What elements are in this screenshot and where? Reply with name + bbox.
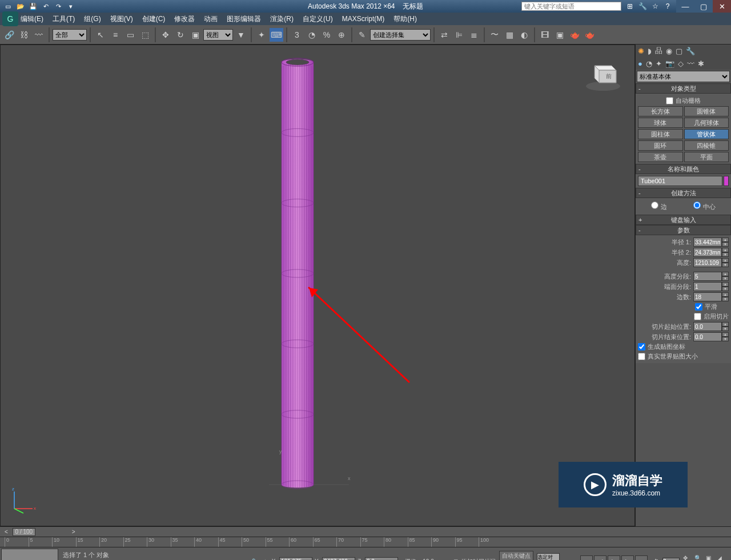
keyboard-shortcut-icon[interactable]: ⌨ [270, 28, 283, 42]
render-icon[interactable]: 🫖 [568, 28, 581, 42]
primitive-圆锥体[interactable]: 圆锥体 [684, 106, 729, 116]
play-icon[interactable]: ▶ [608, 555, 620, 561]
slice-on-checkbox[interactable] [694, 313, 701, 320]
viewcube-icon[interactable]: 前 [583, 53, 623, 93]
coord-z-input[interactable] [365, 557, 398, 561]
menu-maxscript[interactable]: MAXScript(M) [342, 15, 385, 23]
select-icon[interactable]: ↖ [94, 28, 107, 42]
spacewarps-tab-icon[interactable]: 〰 [687, 59, 694, 68]
hierarchy-tab-icon[interactable]: 品 [655, 46, 662, 56]
menu-custom[interactable]: 自定义(U) [303, 14, 333, 24]
move-icon[interactable]: ✥ [159, 28, 172, 42]
menu-group[interactable]: 组(G) [84, 14, 101, 24]
open-icon[interactable]: 📂 [15, 1, 26, 11]
select-name-icon[interactable]: ≡ [109, 28, 122, 42]
menu-graph[interactable]: 图形编辑器 [227, 14, 261, 24]
render-prod-icon[interactable]: 🫖 [583, 28, 596, 42]
render-frame-icon[interactable]: ▣ [553, 28, 567, 42]
star-icon[interactable]: ☆ [650, 1, 660, 11]
bind-icon[interactable]: 〰 [32, 28, 46, 42]
refcoord-dropdown[interactable]: 视图 [203, 29, 233, 41]
modify-tab-icon[interactable]: ◗ [648, 47, 652, 55]
scale-icon[interactable]: ▣ [188, 28, 202, 42]
mini-listener[interactable] [1, 549, 58, 560]
help-search[interactable] [521, 2, 621, 11]
menu-render[interactable]: 渲染(R) [270, 14, 294, 24]
slice-to-input[interactable] [693, 332, 722, 341]
app-menu-icon[interactable]: G [2, 11, 18, 26]
primitive-管状体[interactable]: 管状体 [684, 129, 729, 139]
menu-edit[interactable]: 编辑(E) [21, 14, 43, 24]
rollout-params[interactable]: -参数 [636, 225, 731, 235]
primitive-球体[interactable]: 球体 [638, 118, 683, 128]
snap-angle-icon[interactable]: ◔ [305, 28, 319, 42]
manipulate-icon[interactable]: ✦ [255, 28, 268, 42]
time-ruler[interactable]: 0510152025303540455055606570758085909510… [0, 537, 731, 547]
cseg-input[interactable] [693, 282, 722, 291]
geometry-tab-icon[interactable]: ● [638, 59, 642, 68]
viewport[interactable]: [ + ][ 正交 ][ 真实 + 边面 ] 前 z x [0, 45, 635, 526]
create-center-radio[interactable]: 中心 [693, 202, 715, 211]
zoom-all-icon[interactable]: ▣ [706, 555, 716, 561]
mirror-icon[interactable]: ⇄ [437, 28, 451, 42]
gen-map-checkbox[interactable] [638, 343, 645, 350]
search-input[interactable] [521, 2, 621, 11]
primitive-长方体[interactable]: 长方体 [638, 106, 683, 116]
lights-tab-icon[interactable]: ✦ [656, 59, 662, 68]
primitive-平面[interactable]: 平面 [684, 152, 729, 162]
category-dropdown[interactable]: 标准基本体 [637, 71, 730, 82]
prev-frame-icon[interactable]: ◀ [594, 555, 607, 561]
layers-icon[interactable]: ≣ [467, 28, 481, 42]
primitive-四棱锥[interactable]: 四棱锥 [684, 140, 729, 151]
rollout-keyboard[interactable]: +键盘输入 [636, 215, 731, 225]
menu-view[interactable]: 视图(V) [110, 14, 133, 24]
display-tab-icon[interactable]: ▢ [676, 47, 682, 55]
align-icon[interactable]: ⊫ [452, 28, 466, 42]
primitive-圆柱体[interactable]: 圆柱体 [638, 129, 683, 139]
smooth-checkbox[interactable] [695, 303, 702, 311]
color-swatch[interactable] [724, 176, 729, 186]
save-icon[interactable]: 💾 [27, 1, 39, 11]
zoom-icon[interactable]: 🔍 [694, 555, 705, 561]
systems-tab-icon[interactable]: ✱ [698, 59, 704, 68]
real-world-checkbox[interactable] [638, 353, 645, 360]
radius1-down[interactable]: ▼ [722, 242, 729, 247]
wrench-icon[interactable]: 🔧 [637, 1, 648, 11]
helpers-tab-icon[interactable]: ◇ [678, 59, 684, 68]
goto-start-icon[interactable]: ⏮ [580, 555, 593, 561]
slice-from-input[interactable] [693, 322, 722, 331]
primitive-茶壶[interactable]: 茶壶 [638, 152, 683, 162]
coord-y-input[interactable] [322, 557, 355, 561]
menu-help[interactable]: 帮助(H) [393, 14, 417, 24]
rollout-create-method[interactable]: -创建方法 [636, 188, 731, 198]
pivot-icon[interactable]: ▼ [234, 28, 248, 42]
time-config-icon[interactable]: ⏱ [651, 557, 661, 561]
snap-spinner-icon[interactable]: ⊕ [335, 28, 348, 42]
isolate-icon[interactable]: ✦ [260, 557, 270, 561]
undo-icon[interactable]: ↶ [40, 1, 51, 11]
viewport-canvas[interactable] [1, 45, 606, 490]
maximize-button[interactable]: ▢ [694, 0, 713, 13]
snap-percent-icon[interactable]: % [320, 28, 334, 42]
object-name-input[interactable] [638, 176, 722, 186]
render-setup-icon[interactable]: 🎞 [538, 28, 552, 42]
menu-tools[interactable]: 工具(T) [53, 14, 75, 24]
snap-3d-icon[interactable]: 3 [290, 28, 304, 42]
curve-editor-icon[interactable]: 〜 [488, 28, 501, 42]
primitive-几何球体[interactable]: 几何球体 [684, 118, 729, 128]
window-cross-icon[interactable]: ⬚ [138, 28, 152, 42]
communication-icon[interactable]: ⊞ [625, 1, 635, 11]
minimize-button[interactable]: — [676, 0, 694, 13]
autogrid-checkbox[interactable] [666, 97, 673, 104]
radius1-up[interactable]: ▲ [722, 237, 729, 242]
height-input[interactable] [693, 258, 722, 267]
auto-key-button[interactable]: 自动关键点 [499, 551, 533, 560]
coord-x-input[interactable] [279, 557, 312, 561]
radius1-input[interactable] [693, 237, 722, 247]
schematic-icon[interactable]: ▦ [503, 28, 516, 42]
current-frame-input[interactable] [662, 558, 680, 561]
redo-icon[interactable]: ↷ [53, 1, 64, 11]
edit-named-icon[interactable]: ✎ [355, 28, 369, 42]
named-selection-dropdown[interactable]: 创建选择集 [370, 29, 431, 41]
sides-input[interactable] [693, 292, 722, 301]
